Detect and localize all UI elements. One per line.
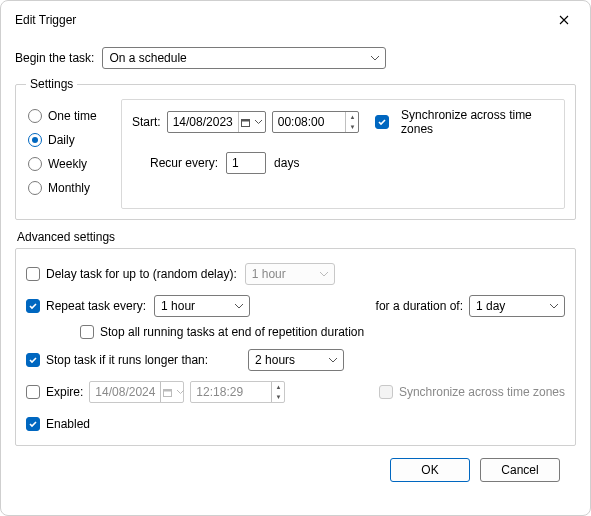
radio-daily[interactable]: Daily xyxy=(28,133,121,147)
window-title: Edit Trigger xyxy=(15,13,76,27)
recur-value: 1 xyxy=(232,156,239,170)
stop-if-checkbox[interactable] xyxy=(26,353,40,367)
expire-sync-checkbox xyxy=(379,385,393,399)
spin-down-icon: ▼ xyxy=(272,392,284,402)
chevron-down-icon xyxy=(174,382,187,402)
frequency-column: One time Daily Weekly Monthly xyxy=(26,99,121,209)
expire-checkbox[interactable] xyxy=(26,385,40,399)
calendar-icon[interactable] xyxy=(239,112,252,132)
sync-checkbox[interactable] xyxy=(375,115,389,129)
duration-select[interactable]: 1 day xyxy=(469,295,565,317)
ok-button[interactable]: OK xyxy=(390,458,470,482)
chevron-down-icon xyxy=(229,304,243,309)
repeat-select[interactable]: 1 hour xyxy=(154,295,250,317)
radio-label: Monthly xyxy=(48,181,90,195)
radio-label: Daily xyxy=(48,133,75,147)
advanced-group: Delay task for up to (random delay): 1 h… xyxy=(15,248,576,446)
radio-icon xyxy=(28,181,42,195)
sync-label: Synchronize across time zones xyxy=(401,108,554,136)
chevron-down-icon xyxy=(365,56,379,61)
chevron-down-icon xyxy=(323,358,337,363)
duration-value: 1 day xyxy=(476,299,544,313)
dialog-footer: OK Cancel xyxy=(15,446,576,482)
enabled-label: Enabled xyxy=(46,417,90,431)
repeat-checkbox[interactable] xyxy=(26,299,40,313)
expire-date-value: 14/08/2024 xyxy=(90,385,160,399)
recur-value-field[interactable]: 1 xyxy=(226,152,266,174)
radio-icon xyxy=(28,109,42,123)
begin-select-value: On a schedule xyxy=(109,51,365,65)
duration-label: for a duration of: xyxy=(376,299,463,313)
svg-rect-1 xyxy=(241,119,249,121)
stop-if-select[interactable]: 2 hours xyxy=(248,349,344,371)
radio-weekly[interactable]: Weekly xyxy=(28,157,121,171)
svg-rect-3 xyxy=(164,389,172,391)
radio-monthly[interactable]: Monthly xyxy=(28,181,121,195)
start-time-value: 00:08:00 xyxy=(273,115,346,129)
settings-group: Settings One time Daily Weekly Monthly S… xyxy=(15,77,576,220)
radio-label: One time xyxy=(48,109,97,123)
delay-checkbox[interactable] xyxy=(26,267,40,281)
stop-if-value: 2 hours xyxy=(255,353,323,367)
enabled-checkbox[interactable] xyxy=(26,417,40,431)
delay-select: 1 hour xyxy=(245,263,335,285)
spin-down-icon[interactable]: ▼ xyxy=(346,122,358,132)
begin-row: Begin the task: On a schedule xyxy=(15,47,576,69)
radio-icon xyxy=(28,133,42,147)
time-spinner: ▲▼ xyxy=(271,382,284,402)
expire-time-field: 12:18:29 ▲▼ xyxy=(190,381,285,403)
stop-all-label: Stop all running tasks at end of repetit… xyxy=(100,325,364,339)
cancel-button[interactable]: Cancel xyxy=(480,458,560,482)
chevron-down-icon xyxy=(544,304,558,309)
start-date-field[interactable]: 14/08/2023 xyxy=(167,111,266,133)
expire-time-value: 12:18:29 xyxy=(191,385,271,399)
radio-icon xyxy=(28,157,42,171)
recur-label: Recur every: xyxy=(150,156,218,170)
start-label: Start: xyxy=(132,115,161,129)
radio-one-time[interactable]: One time xyxy=(28,109,121,123)
title-bar: Edit Trigger xyxy=(1,1,590,35)
spin-up-icon[interactable]: ▲ xyxy=(346,112,358,122)
expire-date-field: 14/08/2024 xyxy=(89,381,184,403)
advanced-legend: Advanced settings xyxy=(17,230,576,244)
recur-unit: days xyxy=(274,156,299,170)
repeat-label: Repeat task every: xyxy=(46,299,146,313)
stop-all-checkbox[interactable] xyxy=(80,325,94,339)
expire-sync-label: Synchronize across time zones xyxy=(399,385,565,399)
calendar-icon xyxy=(161,382,174,402)
stop-if-label: Stop task if it runs longer than: xyxy=(46,353,208,367)
chevron-down-icon[interactable] xyxy=(252,112,265,132)
begin-label: Begin the task: xyxy=(15,51,94,65)
start-panel: Start: 14/08/2023 00:08:00 ▲▼ Sy xyxy=(121,99,565,209)
start-date-value: 14/08/2023 xyxy=(168,115,238,129)
expire-label: Expire: xyxy=(46,385,83,399)
spin-up-icon: ▲ xyxy=(272,382,284,392)
radio-label: Weekly xyxy=(48,157,87,171)
close-icon xyxy=(559,15,569,25)
start-time-field[interactable]: 00:08:00 ▲▼ xyxy=(272,111,360,133)
settings-legend: Settings xyxy=(26,77,77,91)
close-button[interactable] xyxy=(550,9,578,31)
delay-label: Delay task for up to (random delay): xyxy=(46,267,237,281)
chevron-down-icon xyxy=(314,272,328,277)
repeat-value: 1 hour xyxy=(161,299,229,313)
delay-value: 1 hour xyxy=(252,267,314,281)
begin-select[interactable]: On a schedule xyxy=(102,47,386,69)
time-spinner[interactable]: ▲▼ xyxy=(345,112,358,132)
